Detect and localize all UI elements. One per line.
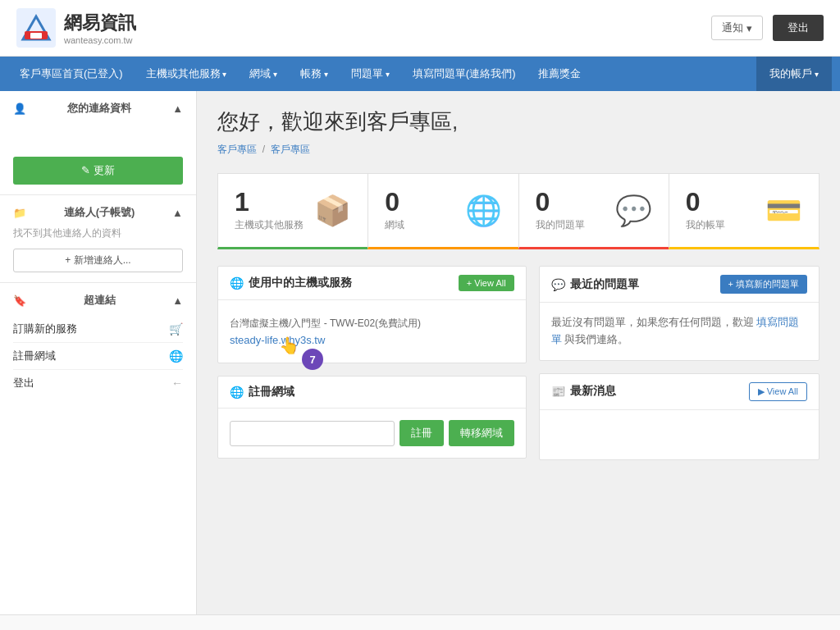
fill-form-link[interactable]: 填寫問題單	[551, 316, 800, 345]
quick-links-title: 超連結	[84, 293, 116, 308]
notify-label: 通知	[722, 21, 743, 35]
contacts-section: 📁 連絡人(子帳號) ▲ 找不到其他連絡人的資料 + 新增連絡人...	[0, 195, 196, 283]
notify-button[interactable]: 通知 ▾	[711, 16, 763, 40]
top-header: 網易資訊 wanteasy.com.tw 通知 ▾ 登出	[0, 0, 840, 57]
back-arrow-icon: ←	[171, 377, 183, 390]
stat-hosting-number: 1	[235, 189, 304, 215]
logo-subtitle: wanteasy.com.tw	[64, 35, 136, 45]
folder-icon: 📁	[13, 207, 26, 219]
order-label: 訂購新的服務	[13, 322, 77, 336]
register-domain-label: 註冊網域	[13, 349, 56, 363]
main-nav: 客戶專區首頁(已登入) 主機或其他服務 網域 帳務 問題單 填寫問題單(連絡我們…	[0, 57, 840, 91]
globe-icon-blue: 🌐	[230, 386, 244, 399]
chevron-up-icon2: ▲	[172, 207, 183, 219]
stat-billing-number: 0	[686, 189, 725, 215]
hosting-panel-header: 🌐 使用中的主機或服務 + View All	[218, 267, 526, 300]
sidebar-item-logout[interactable]: 登出 ←	[13, 370, 183, 396]
logo-area: 網易資訊 wanteasy.com.tw	[16, 8, 136, 48]
contacts-header: 📁 連絡人(子帳號) ▲	[13, 205, 183, 220]
hosting-panel-body: 台灣虛擬主機/入門型 - TWW-E02(免費試用) steady-life.w…	[218, 300, 526, 363]
stat-domain-label: 網域	[385, 218, 404, 232]
tickets-panel-header: 💬 最近的問題單 + 填寫新的問題單	[540, 267, 819, 303]
hosting-panel-title-text: 使用中的主機或服務	[249, 276, 352, 290]
panel-right: 💬 最近的問題單 + 填寫新的問題單 最近沒有問題單，如果您有任何問題，歡迎 填…	[539, 266, 819, 460]
stat-domain[interactable]: 0 網域 🌐	[368, 173, 518, 249]
globe-icon: 🌐	[169, 349, 183, 363]
news-panel-title: 📰 最新消息	[551, 384, 616, 399]
person-icon: 👤	[13, 103, 26, 115]
tickets-icon: 💬	[615, 194, 652, 228]
no-tickets-text: 最近沒有問題單，如果您有任何問題，歡迎 填寫問題單 與我們連絡。	[551, 314, 807, 349]
domain-transfer-button[interactable]: 轉移網域	[449, 420, 514, 446]
domain-register-button[interactable]: 註冊	[399, 420, 444, 446]
chat-icon: 💬	[551, 278, 565, 291]
sidebar-item-order[interactable]: 訂購新的服務 🛒	[13, 316, 183, 343]
stat-tickets-label: 我的問題單	[536, 218, 585, 232]
tickets-panel-title: 💬 最近的問題單	[551, 277, 639, 292]
logout-button[interactable]: 登出	[773, 15, 824, 41]
stat-tickets-number: 0	[536, 189, 585, 215]
contact-info-title: 您的連絡資料	[67, 101, 131, 116]
my-account-button[interactable]: 我的帳戶	[756, 57, 832, 91]
sidebar: 👤 您的連絡資料 ▲ ✎ 更新 📁 連絡人(子帳號) ▲ 找不到其他連絡人的資料…	[0, 91, 197, 614]
news-view-all-button[interactable]: ▶ View All	[749, 382, 807, 401]
news-panel-header: 📰 最新消息 ▶ View All	[540, 374, 819, 410]
nav-item-hosting[interactable]: 主機或其他服務	[135, 57, 239, 91]
billing-icon: 💳	[765, 194, 802, 228]
update-button[interactable]: ✎ 更新	[13, 157, 183, 185]
nav-dropdown-tickets[interactable]: 問題單	[340, 57, 401, 91]
nav-item-referral[interactable]: 推薦獎金	[527, 57, 592, 91]
domain-input-row: 註冊 轉移網域	[230, 420, 514, 446]
panels-row: 🌐 使用中的主機或服務 + View All 台灣虛擬主機/入門型 - TWW-…	[217, 266, 819, 460]
contact-info-section: 👤 您的連絡資料 ▲ ✎ 更新	[0, 91, 196, 195]
service-link[interactable]: steady-life.why3s.tw	[230, 334, 325, 346]
stat-tickets[interactable]: 0 我的問題單 💬	[518, 173, 669, 249]
svg-rect-3	[30, 33, 42, 39]
add-contact-button[interactable]: + 新增連絡人...	[13, 249, 183, 272]
stat-hosting[interactable]: 1 主機或其他服務 📦	[217, 173, 368, 249]
sidebar-item-register-domain[interactable]: 註冊網域 🌐	[13, 343, 183, 370]
logo-text-area: 網易資訊 wanteasy.com.tw	[64, 11, 136, 45]
service-type-label: 台灣虛擬主機/入門型 - TWW-E02(免費試用)	[230, 317, 514, 331]
quick-links-section: 🔖 超連結 ▲ 訂購新的服務 🛒 註冊網域 🌐 登出 ←	[0, 283, 196, 406]
hosting-panel-title: 🌐 使用中的主機或服務	[230, 276, 352, 290]
stat-hosting-label: 主機或其他服務	[235, 218, 304, 232]
news-panel: 📰 最新消息 ▶ View All	[539, 373, 819, 460]
stat-billing-label: 我的帳單	[686, 218, 725, 232]
nav-item-domain[interactable]: 網域	[238, 57, 289, 91]
breadcrumb-home[interactable]: 客戶專區	[217, 144, 257, 155]
nav-dropdown-billing[interactable]: 帳務	[289, 57, 340, 91]
globe-icon-green: 🌐	[230, 276, 244, 290]
news-icon: 📰	[551, 385, 565, 398]
content-area: 您好，歡迎來到客戶專區, 客戶專區 / 客戶專區 1 主機或其他服務 📦 0 網…	[197, 91, 840, 614]
domain-panel-header: 🌐 註冊網域	[218, 377, 526, 409]
footer: Copyright © 2022 網易. All Rights Reserved…	[0, 614, 840, 630]
logo-title: 網易資訊	[64, 11, 136, 35]
hosting-panel: 🌐 使用中的主機或服務 + View All 台灣虛擬主機/入門型 - TWW-…	[217, 266, 527, 363]
nav-dropdown-hosting[interactable]: 主機或其他服務	[135, 57, 239, 91]
logo-icon	[16, 8, 56, 48]
nav-item-billing[interactable]: 帳務	[289, 57, 340, 91]
contact-info-header: 👤 您的連絡資料 ▲	[13, 101, 183, 116]
logout-label: 登出	[13, 376, 34, 390]
cart-icon: 🛒	[169, 322, 183, 336]
nav-item-contact[interactable]: 填寫問題單(連絡我們)	[401, 57, 527, 91]
quick-links-header: 🔖 超連結 ▲	[13, 293, 183, 308]
breadcrumb: 客戶專區 / 客戶專區	[217, 143, 819, 157]
tickets-panel-body: 最近沒有問題單，如果您有任何問題，歡迎 填寫問題單 與我們連絡。	[540, 303, 819, 360]
nav-item-home[interactable]: 客戶專區首頁(已登入)	[8, 57, 135, 91]
nav-dropdown-domain[interactable]: 網域	[238, 57, 289, 91]
stat-billing[interactable]: 0 我的帳單 💳	[669, 173, 819, 249]
no-contacts-text: 找不到其他連絡人的資料	[13, 226, 183, 240]
stats-row: 1 主機或其他服務 📦 0 網域 🌐 0 我的問題單 💬	[217, 173, 819, 249]
step-badge: 7	[302, 349, 323, 370]
hosting-view-all-button[interactable]: + View All	[459, 275, 514, 291]
domain-search-input[interactable]	[230, 421, 395, 446]
tickets-panel: 💬 最近的問題單 + 填寫新的問題單 最近沒有問題單，如果您有任何問題，歡迎 填…	[539, 266, 819, 361]
breadcrumb-current: 客戶專區	[271, 144, 310, 155]
stat-domain-number: 0	[385, 189, 404, 215]
nav-item-tickets[interactable]: 問題單	[340, 57, 401, 91]
contacts-title: 連絡人(子帳號)	[64, 205, 135, 220]
new-ticket-button[interactable]: + 填寫新的問題單	[720, 275, 807, 294]
domain-panel-title-text: 註冊網域	[249, 385, 294, 399]
